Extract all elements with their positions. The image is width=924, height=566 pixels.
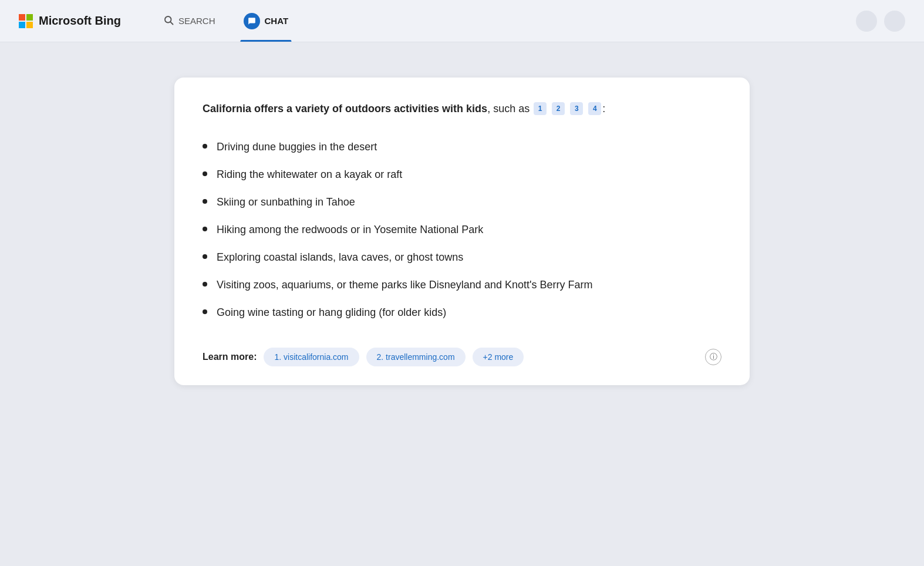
list-item-text: Visiting zoos, aquariums, or theme parks… — [217, 277, 592, 293]
main-content: California offers a variety of outdoors … — [0, 42, 924, 420]
intro-bold: California offers a variety of outdoors … — [203, 103, 487, 114]
header-button-2[interactable] — [884, 11, 905, 32]
header: Microsoft Bing SEARCH CHAT — [0, 0, 924, 42]
activity-list: Driving dune buggies in the desert Ridin… — [203, 133, 721, 326]
list-item: Riding the whitewater on a kayak or raft — [203, 161, 721, 188]
citation-3[interactable]: 3 — [570, 102, 583, 115]
citation-1[interactable]: 1 — [534, 102, 547, 115]
info-icon[interactable]: ⓘ — [705, 349, 721, 365]
list-item-text: Exploring coastal islands, lava caves, o… — [217, 250, 463, 265]
citation-4[interactable]: 4 — [588, 102, 601, 115]
microsoft-logo — [19, 14, 33, 28]
logo-area: Microsoft Bing — [19, 14, 121, 28]
citation-2[interactable]: 2 — [552, 102, 565, 115]
more-sources-button[interactable]: +2 more — [473, 348, 524, 366]
list-item: Going wine tasting or hang gliding (for … — [203, 299, 721, 326]
learn-more-row: Learn more: 1. visitcalifornia.com 2. tr… — [203, 348, 721, 366]
logo-green — [26, 14, 33, 21]
tab-search[interactable]: SEARCH — [149, 0, 230, 42]
tab-chat[interactable]: CHAT — [230, 0, 303, 42]
bullet-dot — [203, 144, 207, 149]
list-item-text: Skiing or sunbathing in Tahoe — [217, 194, 355, 210]
colon: : — [602, 103, 605, 114]
list-item-text: Driving dune buggies in the desert — [217, 139, 377, 155]
bullet-dot — [203, 171, 207, 176]
list-item: Visiting zoos, aquariums, or theme parks… — [203, 271, 721, 299]
logo-blue — [19, 22, 25, 28]
list-item-text: Hiking among the redwoods or in Yosemite… — [217, 222, 483, 238]
tab-search-label: SEARCH — [178, 16, 215, 26]
list-item-text: Going wine tasting or hang gliding (for … — [217, 305, 446, 321]
chat-card: California offers a variety of outdoors … — [174, 78, 750, 385]
chat-bubble-icon — [244, 13, 260, 29]
svg-line-1 — [170, 22, 173, 24]
header-right — [856, 11, 905, 32]
bullet-dot — [203, 282, 207, 287]
tab-chat-label: CHAT — [265, 16, 289, 26]
list-item: Skiing or sunbathing in Tahoe — [203, 188, 721, 216]
bullet-dot — [203, 309, 207, 314]
bullet-dot — [203, 199, 207, 204]
learn-more-label: Learn more: — [203, 352, 257, 362]
learn-more-link-2[interactable]: 2. travellemming.com — [366, 348, 466, 366]
list-item: Exploring coastal islands, lava caves, o… — [203, 244, 721, 271]
list-item: Hiking among the redwoods or in Yosemite… — [203, 216, 721, 244]
intro-paragraph: California offers a variety of outdoors … — [203, 101, 721, 117]
search-icon — [163, 15, 174, 27]
nav-tabs: SEARCH CHAT — [149, 0, 302, 42]
intro-rest: , such as — [487, 103, 530, 114]
logo-yellow — [26, 22, 33, 28]
app-title: Microsoft Bing — [39, 14, 121, 28]
list-item: Driving dune buggies in the desert — [203, 133, 721, 161]
list-item-text: Riding the whitewater on a kayak or raft — [217, 167, 402, 183]
header-button-1[interactable] — [856, 11, 877, 32]
chat-container: California offers a variety of outdoors … — [174, 78, 750, 385]
bullet-dot — [203, 254, 207, 259]
learn-more-link-1[interactable]: 1. visitcalifornia.com — [264, 348, 359, 366]
logo-red — [19, 14, 25, 21]
bullet-dot — [203, 227, 207, 231]
